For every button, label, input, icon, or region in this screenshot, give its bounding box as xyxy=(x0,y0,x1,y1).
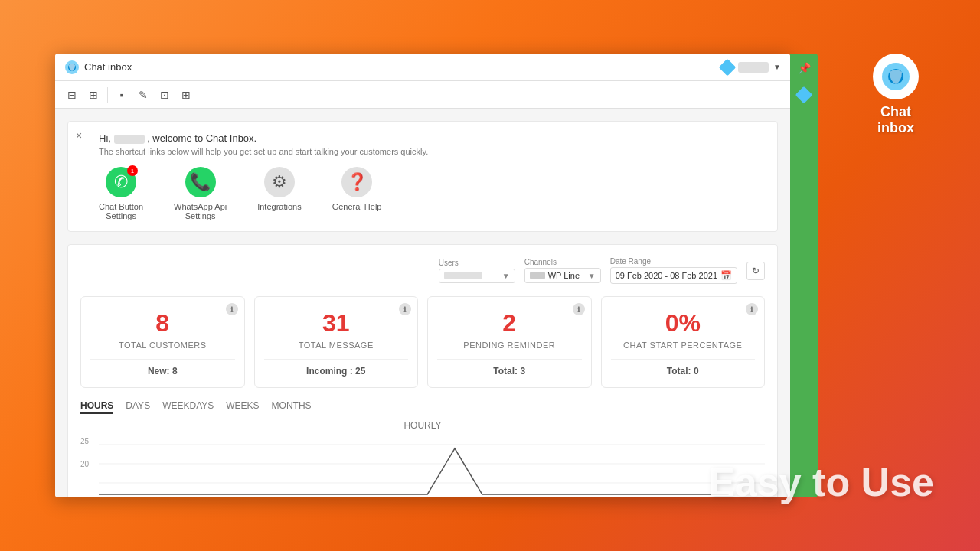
tab-hours[interactable]: HOURS xyxy=(80,400,113,414)
date-range-value: 09 Feb 2020 - 08 Feb 2021 xyxy=(616,271,717,280)
stats-section: Users ▼ Channels WP Line ▼ Date Range xyxy=(67,244,778,497)
y-label-20: 20 xyxy=(80,460,89,468)
channels-select[interactable]: WP Line ▼ xyxy=(524,268,601,283)
filters-row: Users ▼ Channels WP Line ▼ Date Range xyxy=(80,257,765,284)
y-label-25: 25 xyxy=(80,437,89,445)
users-filter-label: Users xyxy=(439,259,515,267)
date-range-filter: Date Range 09 Feb 2020 - 08 Feb 2021 📅 xyxy=(610,257,737,284)
diamond-icon xyxy=(719,58,737,76)
tab-weekdays[interactable]: WEEKDAYS xyxy=(162,400,214,414)
stat-info-3[interactable]: ℹ xyxy=(573,303,585,315)
toolbar: ⊟ ⊞ ▪ ✎ ⊡ ⊞ xyxy=(55,81,790,109)
messages-value: 31 xyxy=(264,309,409,337)
chart-svg xyxy=(80,437,765,497)
quick-link-whatsapp-api[interactable]: 📞 WhatsApp ApiSettings xyxy=(174,167,227,220)
chat-inbox-sidebar: Chatinbox xyxy=(873,54,919,136)
chart-icon[interactable]: ▪ xyxy=(114,87,129,103)
stat-divider-3 xyxy=(437,359,582,360)
reminder-value: 2 xyxy=(437,309,582,337)
users-select[interactable]: ▼ xyxy=(439,269,515,283)
welcome-banner: × Hi, , welcome to Chat Inbox. The short… xyxy=(67,121,778,232)
channels-value: WP Line xyxy=(548,271,580,280)
titlebar: Chat inbox ▼ xyxy=(55,54,790,81)
app-logo xyxy=(64,60,80,75)
stat-card-percentage: ℹ 0% CHAT START PERCENTAGE Total: 0 xyxy=(601,296,766,388)
quick-link-integrations[interactable]: ⚙ Integrations xyxy=(257,167,301,220)
help-icon: ❓ xyxy=(341,167,372,197)
pin-icon[interactable]: 📌 xyxy=(795,60,812,77)
quick-links: ✆ 1 Chat ButtonSettings 📞 WhatsApp ApiSe… xyxy=(99,167,765,220)
whatsapp-api-label: WhatsApp ApiSettings xyxy=(174,202,227,220)
close-button[interactable]: × xyxy=(76,129,82,142)
general-help-label: General Help xyxy=(332,202,382,211)
window-controls: ▼ xyxy=(721,61,781,73)
username-placeholder xyxy=(114,135,145,144)
chart-tabs: HOURS DAYS WEEKDAYS WEEKS MONTHS xyxy=(80,400,765,414)
integrations-label: Integrations xyxy=(257,202,301,211)
image-icon[interactable]: ⊡ xyxy=(157,87,172,103)
percentage-sub: Total: 0 xyxy=(611,366,756,377)
customers-value: 8 xyxy=(90,309,235,337)
app-title: Chat inbox xyxy=(84,61,132,73)
stat-info-1[interactable]: ℹ xyxy=(226,303,238,315)
content-area: × Hi, , welcome to Chat Inbox. The short… xyxy=(55,109,790,497)
percentage-value: 0% xyxy=(611,309,756,337)
quick-link-help[interactable]: ❓ General Help xyxy=(332,167,382,220)
users-placeholder xyxy=(444,272,482,279)
reminder-label: PENDING REMINDER xyxy=(437,341,582,350)
whatsapp-api-icon: 📞 xyxy=(185,167,216,197)
dropdown-arrow[interactable]: ▼ xyxy=(773,63,781,71)
right-sidebar: 📌 xyxy=(790,54,818,497)
stat-divider-2 xyxy=(264,359,409,360)
users-filter: Users ▼ xyxy=(439,259,515,283)
channel-icon-placeholder xyxy=(530,272,545,279)
grid-icon[interactable]: ⊞ xyxy=(86,87,101,103)
stat-divider-4 xyxy=(611,359,756,360)
messages-sub: Incoming : 25 xyxy=(264,366,409,377)
channels-filter-label: Channels xyxy=(524,258,601,266)
tab-months[interactable]: MONTHS xyxy=(272,400,312,414)
channels-chevron: ▼ xyxy=(588,272,596,280)
box-icon[interactable]: ⊞ xyxy=(178,87,194,103)
stat-card-reminder: ℹ 2 PENDING REMINDER Total: 3 xyxy=(427,296,592,388)
stat-info-4[interactable]: ℹ xyxy=(746,303,758,315)
stat-cards: ℹ 8 TOTAL CUSTOMERS New: 8 ℹ 31 TOTAL ME… xyxy=(80,296,765,388)
messages-label: TOTAL MESSAGE xyxy=(264,341,409,350)
sidebar-diamond xyxy=(795,86,813,104)
date-range-input[interactable]: 09 Feb 2020 - 08 Feb 2021 📅 xyxy=(610,267,737,284)
users-chevron: ▼ xyxy=(502,272,510,280)
stat-card-customers: ℹ 8 TOTAL CUSTOMERS New: 8 xyxy=(80,296,245,388)
edit-icon[interactable]: ✎ xyxy=(136,87,151,103)
welcome-text-area: Hi, , welcome to Chat Inbox. The shortcu… xyxy=(80,132,765,156)
user-placeholder xyxy=(738,62,769,73)
stat-card-messages: ℹ 31 TOTAL MESSAGE Incoming : 25 xyxy=(254,296,419,388)
reminder-sub: Total: 3 xyxy=(437,366,582,377)
channels-filter: Channels WP Line ▼ xyxy=(524,258,601,283)
chat-inbox-logo xyxy=(873,54,919,99)
refresh-button[interactable]: ↻ xyxy=(746,262,765,280)
chat-inbox-text: Chatinbox xyxy=(877,104,914,136)
quick-link-chat-button[interactable]: ✆ 1 Chat ButtonSettings xyxy=(99,167,143,220)
window-icon[interactable]: ⊟ xyxy=(64,87,80,103)
integrations-icon: ⚙ xyxy=(264,167,295,197)
chart-area: 25 20 xyxy=(80,437,765,497)
chat-button-settings-label: Chat ButtonSettings xyxy=(99,202,143,220)
toolbar-separator-1 xyxy=(107,87,108,103)
notification-badge: 1 xyxy=(127,165,138,176)
tab-weeks[interactable]: WEEKS xyxy=(226,400,259,414)
tab-days[interactable]: DAYS xyxy=(126,400,150,414)
chart-title: HOURLY xyxy=(80,420,765,431)
stat-info-2[interactable]: ℹ xyxy=(399,303,411,315)
main-window: Chat inbox ▼ ⊟ ⊞ ▪ ✎ ⊡ ⊞ × Hi, , welcome… xyxy=(55,54,790,497)
date-range-label: Date Range xyxy=(610,257,737,266)
customers-sub: New: 8 xyxy=(90,366,235,377)
stat-divider-1 xyxy=(90,359,235,360)
customers-label: TOTAL CUSTOMERS xyxy=(90,341,235,350)
whatsapp-icon: ✆ 1 xyxy=(106,167,136,197)
percentage-label: CHAT START PERCENTAGE xyxy=(611,341,756,350)
welcome-subtitle: The shortcut links below will help you g… xyxy=(99,147,765,156)
calendar-icon: 📅 xyxy=(720,270,732,281)
welcome-title: Hi, , welcome to Chat Inbox. xyxy=(99,132,765,144)
